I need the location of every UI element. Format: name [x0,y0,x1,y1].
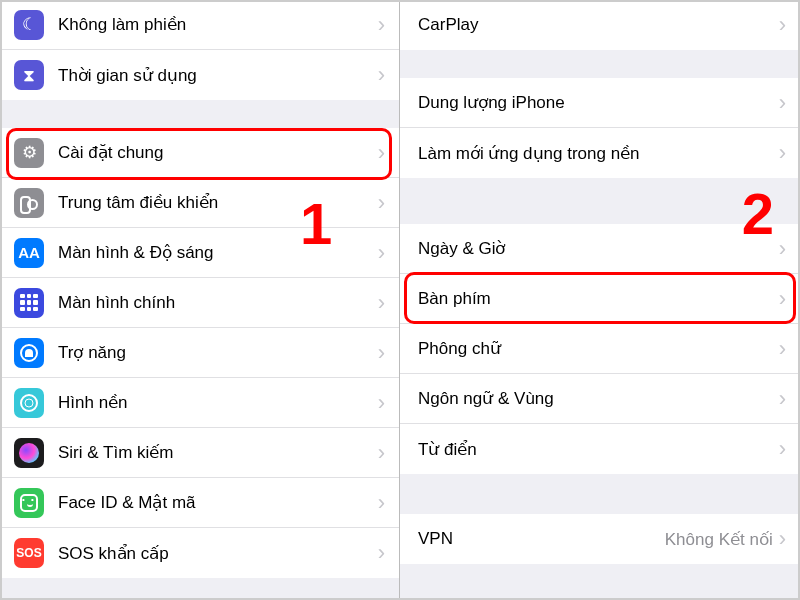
step-number-2: 2 [742,180,774,247]
image-frame [0,0,800,600]
step-number-1: 1 [300,190,332,257]
